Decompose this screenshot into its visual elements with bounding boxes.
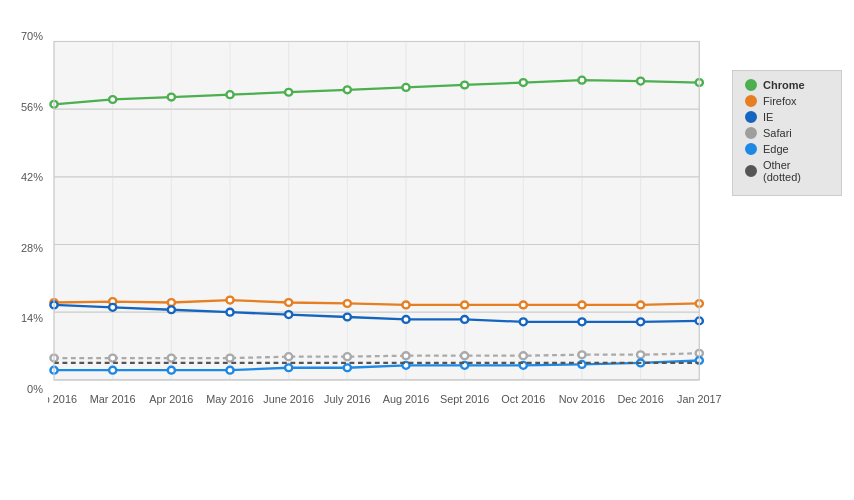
svg-point-38 — [461, 301, 468, 308]
svg-point-49 — [402, 316, 409, 323]
legend-dot — [745, 165, 757, 177]
chart-container: 70%56%42%28%14%0% Feb 2016Mar 2016Apr 20… — [0, 0, 854, 500]
legend-label: IE — [763, 111, 773, 123]
legend-item: Safari — [745, 127, 829, 139]
legend-item: Chrome — [745, 79, 829, 91]
svg-point-47 — [285, 311, 292, 318]
y-axis-label: 42% — [21, 171, 43, 183]
legend-dot — [745, 143, 757, 155]
legend-item: IE — [745, 111, 829, 123]
y-axis-label: 28% — [21, 242, 43, 254]
legend-item: Edge — [745, 143, 829, 155]
svg-point-70 — [226, 367, 233, 374]
svg-point-61 — [402, 352, 409, 359]
legend-dot — [745, 127, 757, 139]
main-chart-svg: Feb 2016Mar 2016Apr 2016May 2016June 201… — [48, 30, 844, 420]
svg-point-44 — [109, 304, 116, 311]
svg-point-41 — [637, 301, 644, 308]
svg-point-35 — [285, 299, 292, 306]
svg-point-51 — [520, 318, 527, 325]
legend-label: Firefox — [763, 95, 797, 107]
y-axis-label: 14% — [21, 312, 43, 324]
svg-point-23 — [285, 89, 292, 96]
svg-point-53 — [637, 318, 644, 325]
svg-text:Apr 2016: Apr 2016 — [149, 393, 193, 405]
svg-point-27 — [520, 79, 527, 86]
svg-text:July 2016: July 2016 — [324, 393, 371, 405]
legend-dot — [745, 79, 757, 91]
svg-point-59 — [285, 353, 292, 360]
svg-rect-0 — [54, 41, 699, 379]
y-axis: 70%56%42%28%14%0% — [10, 30, 48, 420]
svg-point-68 — [109, 367, 116, 374]
svg-point-48 — [344, 314, 351, 321]
svg-point-40 — [578, 301, 585, 308]
svg-point-28 — [578, 77, 585, 84]
svg-point-69 — [168, 367, 175, 374]
svg-point-39 — [520, 301, 527, 308]
y-axis-label: 70% — [21, 30, 43, 42]
svg-point-71 — [285, 364, 292, 371]
svg-text:Dec 2016: Dec 2016 — [617, 393, 664, 405]
legend: ChromeFirefoxIESafariEdgeOther (dotted) — [732, 70, 842, 196]
svg-text:Mar 2016: Mar 2016 — [90, 393, 136, 405]
legend-item: Other (dotted) — [745, 159, 829, 183]
legend-label: Safari — [763, 127, 792, 139]
svg-point-22 — [226, 91, 233, 98]
svg-point-72 — [344, 364, 351, 371]
svg-point-65 — [637, 351, 644, 358]
y-axis-label: 0% — [27, 383, 43, 395]
legend-dot — [745, 111, 757, 123]
svg-text:May 2016: May 2016 — [206, 393, 254, 405]
chart-inner: Feb 2016Mar 2016Apr 2016May 2016June 201… — [48, 30, 844, 420]
legend-label: Chrome — [763, 79, 805, 91]
svg-point-46 — [226, 309, 233, 316]
svg-point-29 — [637, 78, 644, 85]
svg-point-21 — [168, 94, 175, 101]
svg-text:Sept 2016: Sept 2016 — [440, 393, 490, 405]
svg-point-45 — [168, 306, 175, 313]
legend-item: Firefox — [745, 95, 829, 107]
svg-point-36 — [344, 300, 351, 307]
svg-point-20 — [109, 96, 116, 103]
svg-point-64 — [578, 351, 585, 358]
svg-point-56 — [109, 355, 116, 362]
svg-point-37 — [402, 301, 409, 308]
svg-point-33 — [168, 299, 175, 306]
svg-point-63 — [520, 352, 527, 359]
svg-point-52 — [578, 318, 585, 325]
svg-point-26 — [461, 82, 468, 89]
y-axis-label: 56% — [21, 101, 43, 113]
svg-text:Feb 2016: Feb 2016 — [48, 393, 77, 405]
legend-label: Edge — [763, 143, 789, 155]
chart-area: 70%56%42%28%14%0% Feb 2016Mar 2016Apr 20… — [10, 30, 844, 420]
svg-text:June 2016: June 2016 — [263, 393, 314, 405]
svg-text:Aug 2016: Aug 2016 — [383, 393, 430, 405]
svg-point-62 — [461, 352, 468, 359]
svg-text:Oct 2016: Oct 2016 — [501, 393, 545, 405]
svg-point-60 — [344, 353, 351, 360]
svg-point-24 — [344, 86, 351, 93]
svg-point-57 — [168, 355, 175, 362]
legend-dot — [745, 95, 757, 107]
svg-text:Jan 2017: Jan 2017 — [677, 393, 722, 405]
legend-label: Other (dotted) — [763, 159, 829, 183]
svg-point-58 — [226, 355, 233, 362]
svg-text:Nov 2016: Nov 2016 — [559, 393, 606, 405]
svg-point-50 — [461, 316, 468, 323]
svg-point-25 — [402, 84, 409, 91]
svg-point-34 — [226, 297, 233, 304]
